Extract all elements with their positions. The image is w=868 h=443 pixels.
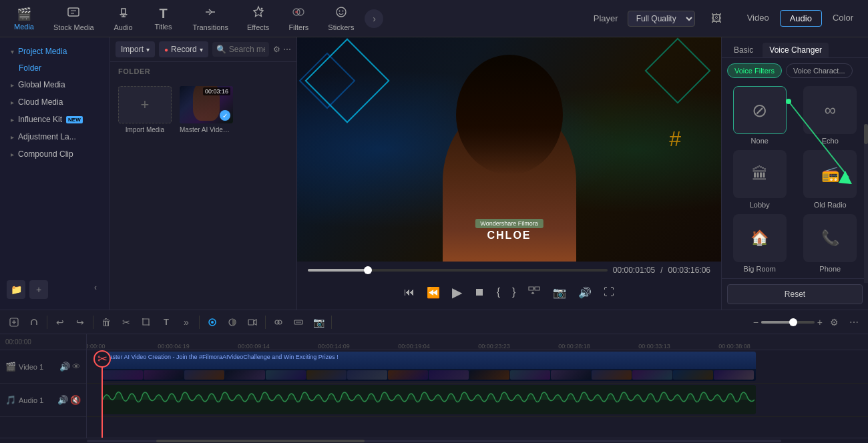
snapshot-clip-button[interactable]: 📷 — [310, 314, 327, 331]
sidebar-item-cloud-media[interactable]: ▸ Cloud Media — [0, 93, 110, 111]
crop-button[interactable] — [138, 314, 155, 331]
rp-scrollbar[interactable] — [864, 124, 868, 283]
timeline-settings-button[interactable]: ⚙ — [825, 314, 843, 331]
split-button[interactable] — [525, 283, 544, 302]
import-media-thumb[interactable]: + — [118, 86, 172, 123]
voice-thumb-lobby[interactable]: 🏛 — [733, 150, 787, 198]
filter-icon[interactable]: ⚙ — [273, 45, 280, 54]
search-bar[interactable]: 🔍 — [212, 42, 269, 57]
zoom-out-icon[interactable]: − — [753, 317, 758, 328]
stop-button[interactable]: ⏹ — [471, 284, 487, 301]
tl-scrollbar-thumb[interactable] — [156, 440, 365, 442]
new-folder-button[interactable]: 📁 — [7, 280, 25, 299]
import-media-item[interactable]: + Import Media — [118, 86, 172, 133]
audio-settings-button[interactable]: 🔊 — [576, 284, 594, 302]
audio-clip[interactable] — [101, 385, 756, 414]
svg-point-3 — [260, 8, 262, 10]
redo-button[interactable]: ↪ — [71, 314, 89, 331]
voice-thumb-phone[interactable]: 📞 — [803, 214, 857, 262]
nav-more-button[interactable]: › — [365, 9, 383, 28]
player-timeline-bar[interactable] — [308, 269, 608, 272]
audio1-track-label: 🎵 Audio 1 🔊 🔇 — [0, 384, 86, 417]
voice-thumb-none[interactable]: ⊘ — [733, 86, 787, 134]
subtitle-button[interactable] — [290, 314, 307, 331]
match-color-button[interactable] — [270, 314, 287, 331]
video1-eye-toggle[interactable]: 👁 — [72, 362, 81, 372]
snapshot-button[interactable]: 📷 — [550, 284, 569, 302]
sidebar-item-adjustment[interactable]: ▸ Adjustment La... — [0, 128, 110, 145]
voice-filters-button[interactable]: Voice Filters — [727, 63, 782, 78]
voice-item-echo[interactable]: ∞ Echo — [798, 86, 863, 145]
audio-clip-button[interactable] — [244, 314, 261, 331]
sidebar-item-folder[interactable]: Folder — [0, 60, 110, 76]
voice-item-old-radio[interactable]: 📻 Old Radio — [798, 150, 863, 209]
tab-color[interactable]: Color — [823, 10, 863, 27]
ripple-edit-button[interactable] — [204, 314, 221, 331]
nav-filters[interactable]: Filters — [280, 3, 317, 34]
tl-track-rows: ✂ Master AI Video Creation - Join the #F… — [87, 350, 868, 438]
undo-button[interactable]: ↩ — [51, 314, 69, 331]
nav-effects[interactable]: Effects — [239, 3, 277, 34]
mark-in-button[interactable]: { — [494, 284, 503, 301]
video1-audio-toggle[interactable]: 🔊 — [59, 362, 70, 372]
voice-label-old-radio: Old Radio — [814, 201, 847, 209]
screenshots-icon[interactable]: 🖼 — [708, 10, 724, 27]
audio1-mute[interactable]: 🔇 — [70, 395, 81, 405]
nav-transitions[interactable]: Transitions — [185, 3, 236, 34]
voice-thumb-big-room[interactable]: 🏠 — [733, 214, 787, 262]
sidebar-item-influence-kit[interactable]: ▸ Influence Kit NEW — [0, 111, 110, 128]
step-back-button[interactable]: ⏪ — [424, 284, 443, 302]
timeline-tool-magnet[interactable] — [25, 314, 43, 331]
rewind-button[interactable]: ⏮ — [401, 284, 417, 301]
reset-button[interactable]: Reset — [727, 284, 863, 304]
rp-tab-basic[interactable]: Basic — [727, 43, 760, 57]
voice-item-phone[interactable]: 📞 Phone — [798, 214, 863, 273]
zoom-slider[interactable] — [761, 321, 815, 324]
audio1-toggle[interactable]: 🔊 — [57, 395, 68, 405]
record-button[interactable]: ● Record ▾ — [159, 41, 208, 57]
voice-items-grid: ⊘ None ∞ Echo 🏛 Lobby — [722, 83, 868, 278]
timeline-more-button[interactable]: ⋯ — [845, 314, 863, 331]
stock-media-icon — [67, 5, 80, 22]
timeline-tool-select[interactable] — [5, 314, 23, 331]
nav-titles[interactable]: T Titles — [145, 3, 182, 33]
more-tools-button[interactable]: » — [178, 314, 195, 331]
search-input[interactable] — [229, 45, 265, 54]
more-icon[interactable]: ⋯ — [283, 45, 291, 54]
tl-scrollbar-track[interactable] — [87, 440, 781, 442]
folder-label: FOLDER — [110, 62, 296, 81]
voice-item-lobby[interactable]: 🏛 Lobby — [727, 150, 793, 209]
sidebar-item-project-media[interactable]: ▾ Project Media — [0, 43, 110, 60]
text-button[interactable]: T — [158, 314, 175, 331]
voice-thumb-echo[interactable]: ∞ — [803, 86, 857, 134]
mark-out-button[interactable]: } — [509, 284, 518, 301]
color-grade-button[interactable] — [224, 314, 241, 331]
tab-audio[interactable]: Audio — [780, 10, 822, 27]
video-clip[interactable]: Master AI Video Creation - Join the #Fil… — [101, 352, 756, 381]
play-button[interactable]: ▶ — [449, 282, 465, 303]
collapse-sidebar-button[interactable]: ‹ — [88, 280, 103, 295]
delete-button[interactable]: 🗑 — [97, 314, 115, 331]
rp-tab-voice-changer[interactable]: Voice Changer — [763, 43, 829, 57]
voice-item-none[interactable]: ⊘ None — [727, 86, 793, 145]
voice-character-button[interactable]: Voice Charact... — [786, 63, 853, 78]
tab-video[interactable]: Video — [738, 10, 779, 27]
sidebar-item-global-media[interactable]: ▸ Global Media — [0, 76, 110, 93]
voice-thumb-old-radio[interactable]: 📻 — [803, 150, 857, 198]
sidebar-item-compound-clip[interactable]: ▸ Compound Clip — [0, 145, 110, 163]
rp-scrollbar-thumb[interactable] — [864, 124, 868, 144]
quality-select[interactable]: Full Quality Half Quality — [628, 11, 695, 27]
cut-button[interactable]: ✂ — [118, 314, 135, 331]
nav-stickers[interactable]: Stickers — [320, 3, 362, 34]
nav-media[interactable]: 🎬 Media — [5, 4, 43, 33]
nav-stock-media[interactable]: Stock Media — [45, 3, 102, 34]
add-button[interactable]: + — [29, 280, 48, 299]
tick-6: 00:00:28:18 — [558, 343, 590, 350]
nav-audio[interactable]: Audio — [105, 3, 142, 34]
zoom-in-icon[interactable]: + — [817, 317, 823, 328]
fullscreen-button[interactable]: ⛶ — [601, 284, 617, 301]
master-ai-media-item[interactable]: 00:03:16 ✓ Master AI Video Creati... — [180, 86, 233, 133]
voice-item-big-room[interactable]: 🏠 Big Room — [727, 214, 793, 273]
import-button[interactable]: Import ▾ — [116, 41, 155, 57]
total-time: 00:03:16:06 — [668, 266, 710, 275]
